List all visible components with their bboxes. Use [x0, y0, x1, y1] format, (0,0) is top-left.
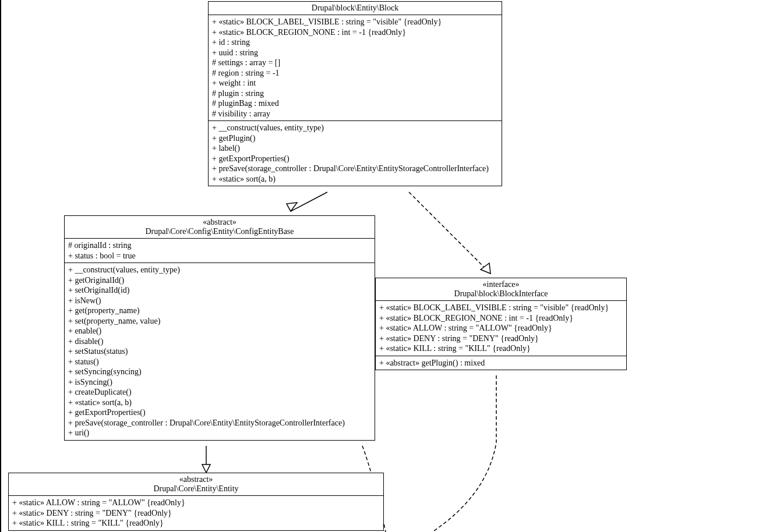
attr-row: # originalId : string	[68, 240, 371, 251]
op-row: + uri()	[68, 428, 371, 438]
svg-marker-5	[202, 464, 210, 473]
op-row: + __construct(values, entity_type)	[68, 265, 371, 275]
attr-row: # visibility : array	[212, 109, 498, 119]
attr-row: + id : string	[212, 37, 498, 48]
op-row: + set(property_name, value)	[68, 316, 371, 327]
class-title: «abstract» Drupal\Core\Entity\Entity	[9, 473, 383, 496]
op-row: + status()	[68, 357, 371, 367]
uml-class-entity: «abstract» Drupal\Core\Entity\Entity + «…	[8, 473, 384, 531]
class-name: Drupal\Core\Entity\Entity	[12, 484, 380, 494]
attributes-section: + «static» BLOCK_LABEL_VISIBLE : string …	[209, 15, 502, 121]
attr-row: + weight : int	[212, 78, 498, 88]
attr-row: + «static» BLOCK_REGION_NONE : int = -1 …	[379, 313, 623, 324]
op-row: + createDuplicate()	[68, 387, 371, 398]
svg-marker-3	[481, 263, 490, 274]
attr-row: + uuid : string	[212, 48, 498, 58]
attr-row: # settings : array = []	[212, 58, 498, 68]
class-name: Drupal\Core\Config\Entity\ConfigEntityBa…	[68, 227, 371, 236]
op-row: + «static» sort(a, b)	[212, 174, 498, 185]
stereotype: «interface»	[379, 280, 623, 289]
attributes-section: # originalId : string + status : bool = …	[65, 239, 375, 263]
attr-row: + status : bool = true	[68, 251, 371, 261]
attr-row: + «static» DENY : string = "DENY" {readO…	[12, 508, 380, 519]
op-row: + setStatus(status)	[68, 346, 371, 357]
attr-row: + «static» KILL : string = "KILL" {readO…	[12, 518, 380, 529]
op-row: + isSyncing()	[68, 377, 371, 388]
attributes-section: + «static» ALLOW : string = "ALLOW" {rea…	[9, 496, 383, 530]
uml-class-block: Drupal\block\Entity\Block + «static» BLO…	[208, 1, 502, 186]
op-row: + setOriginalId(id)	[68, 285, 371, 296]
op-row: + getExportProperties()	[68, 407, 371, 418]
op-row: + get(property_name)	[68, 306, 371, 316]
class-title: Drupal\block\Entity\Block	[209, 2, 502, 15]
attr-row: + «static» BLOCK_REGION_NONE : int = -1 …	[212, 27, 498, 38]
svg-line-2	[409, 192, 490, 274]
class-title: «interface» Drupal\block\BlockInterface	[376, 278, 626, 301]
op-row: + preSave(storage_controller : Drupal\Co…	[212, 164, 498, 174]
svg-line-0	[291, 192, 327, 211]
op-row: + getPlugin()	[212, 133, 498, 144]
op-row: + setSyncing(syncing)	[68, 367, 371, 377]
attr-row: + «static» BLOCK_LABEL_VISIBLE : string …	[212, 17, 498, 27]
attr-row: # pluginBag : mixed	[212, 98, 498, 109]
uml-class-config-entity-base: «abstract» Drupal\Core\Config\Entity\Con…	[64, 215, 375, 441]
uml-class-block-interface: «interface» Drupal\block\BlockInterface …	[375, 278, 627, 370]
op-row: + getOriginalId()	[68, 275, 371, 286]
operations-section: + __construct(values, entity_type) + get…	[65, 263, 375, 440]
op-row: + disable()	[68, 336, 371, 347]
attr-row: # region : string = -1	[212, 68, 498, 79]
stereotype: «abstract»	[12, 475, 380, 484]
class-title: «abstract» Drupal\Core\Config\Entity\Con…	[65, 216, 375, 239]
svg-marker-1	[287, 203, 297, 211]
attr-row: + «static» ALLOW : string = "ALLOW" {rea…	[12, 498, 380, 508]
op-row: + preSave(storage_controller : Drupal\Co…	[68, 418, 371, 428]
attributes-section: + «static» BLOCK_LABEL_VISIBLE : string …	[376, 301, 626, 356]
stereotype: «abstract»	[68, 218, 371, 227]
operations-section: + __construct(values, entity_type) + get…	[209, 121, 502, 186]
op-row: + getExportProperties()	[212, 154, 498, 164]
op-row: + «static» sort(a, b)	[68, 398, 371, 408]
attr-row: + «static» BLOCK_LABEL_VISIBLE : string …	[379, 303, 623, 313]
class-name: Drupal\block\BlockInterface	[379, 289, 623, 299]
operations-section: + «abstract» getPlugin() : mixed	[376, 356, 626, 370]
op-row: + isNew()	[68, 296, 371, 306]
attr-row: + «static» DENY : string = "DENY" {readO…	[379, 334, 623, 344]
attr-row: + «static» ALLOW : string = "ALLOW" {rea…	[379, 323, 623, 334]
op-row: + enable()	[68, 326, 371, 336]
attr-row: # plugin : string	[212, 88, 498, 99]
op-row: + __construct(values, entity_type)	[212, 123, 498, 133]
class-name: Drupal\block\Entity\Block	[312, 3, 398, 12]
op-row: + «abstract» getPlugin() : mixed	[379, 358, 623, 368]
attr-row: + «static» KILL : string = "KILL" {readO…	[379, 343, 623, 354]
op-row: + label()	[212, 143, 498, 154]
